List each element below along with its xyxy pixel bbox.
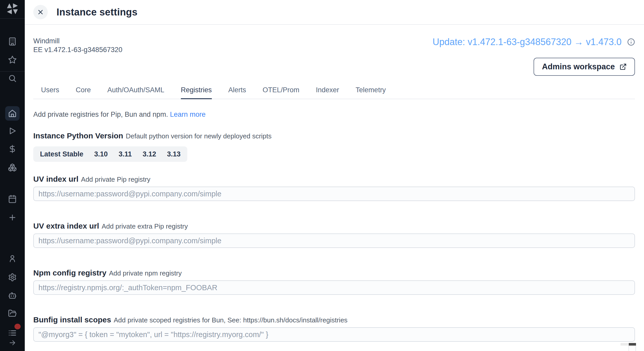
queue-list-icon[interactable] bbox=[8, 328, 17, 338]
npm-config-registry-input[interactable] bbox=[33, 280, 635, 295]
add-plus-icon[interactable] bbox=[8, 213, 17, 222]
runs-play-icon[interactable] bbox=[8, 126, 17, 136]
registries-intro-text: Add private registries for Pip, Bun and … bbox=[33, 111, 168, 118]
expand-arrow-right-icon[interactable] bbox=[9, 339, 16, 346]
sidebar bbox=[0, 0, 25, 351]
edition-version: EE v1.472.1-63-g348567320 bbox=[33, 45, 122, 54]
bunfig-install-scopes-label: Bunfig install scopes bbox=[33, 315, 111, 324]
python-option-3-10[interactable]: 3.10 bbox=[94, 150, 108, 158]
tab-alerts[interactable]: Alerts bbox=[228, 86, 246, 99]
uv-extra-index-url-label: UV extra index url bbox=[33, 222, 99, 230]
workspace-building-icon[interactable] bbox=[8, 37, 17, 46]
python-option-3-12[interactable]: 3.12 bbox=[143, 150, 156, 158]
python-option-3-11[interactable]: 3.11 bbox=[119, 150, 132, 158]
tab-users[interactable]: Users bbox=[41, 86, 59, 99]
bunfig-install-scopes-input[interactable] bbox=[33, 327, 635, 342]
variables-dollar-icon[interactable] bbox=[8, 144, 17, 154]
uv-index-url-hint: Add private Pip registry bbox=[81, 176, 150, 183]
update-version-link[interactable]: Update: v1.472.1-63-g348567320 → v1.473.… bbox=[432, 37, 622, 47]
editor-border bbox=[635, 346, 636, 351]
uv-extra-index-url-input[interactable] bbox=[33, 233, 635, 248]
uv-extra-index-url-hint: Add private extra Pip registry bbox=[102, 222, 188, 230]
learn-more-link[interactable]: Learn more bbox=[170, 111, 206, 118]
close-icon[interactable] bbox=[33, 5, 48, 19]
tab-core[interactable]: Core bbox=[76, 86, 91, 99]
windmill-logo-icon[interactable] bbox=[5, 2, 20, 16]
schedules-calendar-icon[interactable] bbox=[8, 194, 17, 204]
product-name: Windmill bbox=[33, 37, 122, 45]
python-version-subtitle: Default python version for newly deploye… bbox=[126, 132, 271, 140]
admins-workspace-label: Admins workspace bbox=[542, 62, 615, 71]
version-block: Windmill EE v1.472.1-63-g348567320 bbox=[33, 37, 122, 54]
user-icon[interactable] bbox=[8, 254, 17, 263]
tab-telemetry[interactable]: Telemetry bbox=[356, 86, 386, 99]
info-icon[interactable] bbox=[627, 38, 635, 46]
favorites-star-icon[interactable] bbox=[8, 55, 17, 64]
sidebar-item-home[interactable] bbox=[5, 106, 20, 121]
resources-boxes-icon[interactable] bbox=[8, 163, 17, 172]
search-icon[interactable] bbox=[8, 74, 17, 83]
uv-index-url-label: UV index url bbox=[33, 175, 78, 183]
python-version-title: Instance Python Version bbox=[33, 131, 123, 140]
folders-icon[interactable] bbox=[8, 309, 17, 318]
external-link-icon bbox=[619, 63, 627, 70]
scrollbar-handle[interactable] bbox=[629, 343, 636, 346]
npm-config-registry-label: Npm config registry bbox=[33, 269, 106, 277]
python-option-3-13[interactable]: 3.13 bbox=[167, 150, 181, 158]
settings-gear-icon[interactable] bbox=[8, 273, 17, 282]
uv-index-url-input[interactable] bbox=[33, 187, 635, 201]
admins-workspace-button[interactable]: Admins workspace bbox=[534, 58, 635, 76]
settings-tabs: Users Core Auth/OAuth/SAML Registries Al… bbox=[33, 86, 635, 99]
workers-robot-icon[interactable] bbox=[8, 291, 17, 300]
tab-registries[interactable]: Registries bbox=[181, 86, 212, 99]
tab-auth-oauth-saml[interactable]: Auth/OAuth/SAML bbox=[107, 86, 164, 99]
panel-header: Instance settings bbox=[25, 0, 644, 25]
instance-settings-panel: Instance settings Windmill EE v1.472.1-6… bbox=[25, 0, 644, 351]
bunfig-install-scopes-hint: Add private scoped registries for Bun, S… bbox=[114, 316, 348, 324]
scrollbar-track bbox=[621, 343, 629, 346]
tab-otel-prom[interactable]: OTEL/Prom bbox=[263, 86, 300, 99]
python-version-selector: Latest Stable 3.10 3.11 3.12 3.13 bbox=[33, 146, 187, 162]
npm-config-registry-hint: Add private npm registry bbox=[109, 269, 182, 277]
sidebar-divider bbox=[0, 71, 25, 72]
editor-border bbox=[629, 346, 629, 351]
tab-indexer[interactable]: Indexer bbox=[316, 86, 339, 99]
sidebar-divider bbox=[0, 18, 25, 19]
python-option-latest-stable[interactable]: Latest Stable bbox=[40, 150, 83, 158]
page-title: Instance settings bbox=[57, 7, 138, 18]
